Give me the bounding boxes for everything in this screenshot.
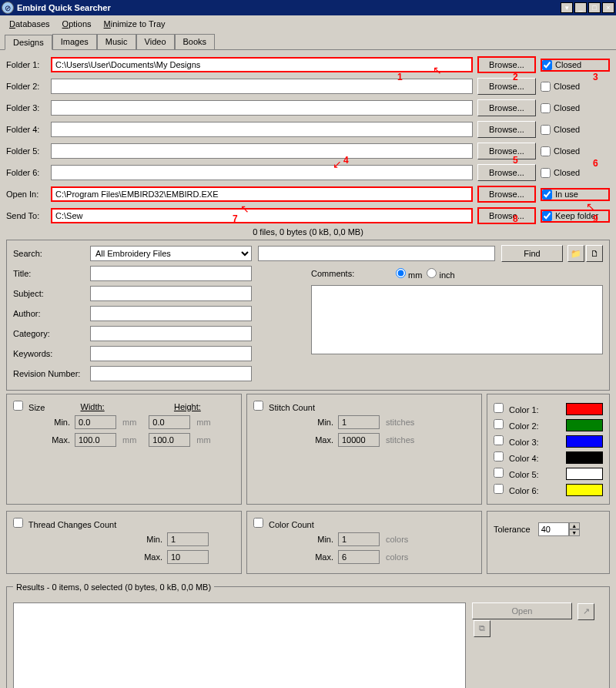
open-button[interactable]: Open	[472, 602, 572, 619]
color-swatch[interactable]	[566, 403, 603, 415]
width-max-input[interactable]	[75, 433, 116, 447]
color-check[interactable]: Color 5:	[494, 468, 539, 479]
browse-button[interactable]: Browse...	[477, 207, 536, 224]
spin-down-icon[interactable]: ▼	[569, 529, 580, 536]
menu-minimize[interactable]: Minimize to Tray	[99, 18, 170, 30]
annotation-4: 4	[343, 155, 349, 166]
menu-bar: Databases Options Minimize to Tray	[0, 15, 616, 32]
comments-textarea[interactable]	[311, 285, 603, 354]
size-check[interactable]: Size	[13, 401, 45, 412]
thread-min-input[interactable]	[167, 532, 209, 546]
folder-path-input[interactable]	[51, 165, 473, 180]
color-swatch[interactable]	[566, 468, 603, 480]
hide-button[interactable]: ▾	[561, 2, 573, 13]
color-swatch[interactable]	[566, 419, 603, 431]
tab-content: Folder 1:Browse... ClosedFolder 2:Browse…	[0, 50, 616, 583]
category-input[interactable]	[90, 326, 252, 341]
folder-label: Folder 2:	[6, 82, 51, 91]
search-type-select[interactable]: All Embroidery Files	[90, 246, 252, 261]
folder-row: Folder 5:Browse... Closed	[6, 143, 610, 159]
unit-label: mm	[196, 435, 210, 445]
folder-option-check[interactable]: In use	[541, 188, 610, 201]
browse-button[interactable]: Browse...	[477, 99, 536, 116]
tolerance-input[interactable]	[538, 522, 569, 536]
folder-icon-button[interactable]: 📁	[567, 245, 584, 262]
color-check[interactable]: Color 1:	[494, 403, 539, 414]
color-row: Color 2:	[494, 417, 603, 433]
folder-path-input[interactable]	[51, 186, 473, 202]
tolerance-spinner[interactable]: ▲▼	[538, 522, 580, 536]
menu-options[interactable]: Options	[58, 18, 96, 30]
height-max-input[interactable]	[149, 433, 190, 447]
folder-path-input[interactable]	[51, 57, 473, 72]
new-icon-button[interactable]: 🗋	[586, 245, 603, 262]
menu-databases[interactable]: Databases	[5, 18, 55, 30]
thread-max-input[interactable]	[167, 550, 209, 564]
folder-option-check[interactable]: Keep folder	[541, 210, 610, 223]
search-text-input[interactable]	[258, 246, 495, 261]
colorcount-check[interactable]: Color Count	[253, 520, 314, 529]
stitch-min-input[interactable]	[338, 415, 380, 429]
folder-row: Folder 1:Browse... Closed	[6, 56, 610, 73]
folder-path-input[interactable]	[51, 122, 473, 137]
author-label: Author:	[13, 309, 90, 318]
keywords-input[interactable]	[90, 346, 252, 361]
colorcount-group: Color Count Min.colors Max.colors	[246, 511, 482, 574]
annotation-3: 3	[593, 72, 598, 82]
folder-option-check[interactable]: Closed	[541, 146, 610, 156]
annotation-8: 8	[513, 213, 518, 224]
close-button[interactable]: ×	[602, 2, 614, 13]
max-label: Max.	[13, 435, 75, 445]
colorcount-min-input[interactable]	[338, 532, 380, 546]
find-button[interactable]: Find	[501, 245, 563, 262]
color-check[interactable]: Color 2:	[494, 419, 539, 431]
folder-path-input[interactable]	[51, 143, 473, 159]
browse-button[interactable]: Browse...	[477, 164, 536, 181]
folder-path-input[interactable]	[51, 208, 473, 223]
color-check[interactable]: Color 6:	[494, 484, 539, 495]
color-check[interactable]: Color 3:	[494, 435, 539, 447]
max-label: Max.	[13, 552, 167, 562]
unit-mm[interactable]: mm	[396, 268, 422, 280]
browse-button[interactable]: Browse...	[477, 121, 536, 138]
folder-option-check[interactable]: Closed	[541, 82, 610, 92]
folder-path-input[interactable]	[51, 100, 473, 116]
folder-option-check[interactable]: Closed	[541, 103, 610, 113]
height-min-input[interactable]	[149, 415, 190, 429]
folder-option-check[interactable]: Closed	[541, 168, 610, 178]
folder-path-input[interactable]	[51, 79, 473, 94]
tab-books[interactable]: Books	[175, 34, 216, 49]
color-swatch[interactable]	[566, 451, 603, 464]
tab-video[interactable]: Video	[136, 34, 175, 49]
author-input[interactable]	[90, 306, 252, 321]
colorcount-max-input[interactable]	[338, 550, 380, 564]
browse-button[interactable]: Browse...	[477, 143, 536, 159]
maximize-button[interactable]: □	[588, 2, 601, 13]
tab-designs[interactable]: Designs	[5, 35, 52, 50]
color-row: Color 3:	[494, 433, 603, 449]
tab-images[interactable]: Images	[52, 34, 97, 49]
stitch-max-input[interactable]	[338, 433, 380, 447]
subject-input[interactable]	[90, 286, 252, 301]
folder-option-check[interactable]: Closed	[541, 59, 610, 72]
color-swatch[interactable]	[566, 484, 603, 496]
width-min-input[interactable]	[75, 415, 116, 429]
browse-button[interactable]: Browse...	[477, 78, 536, 95]
annotation-6: 6	[593, 158, 598, 169]
unit-inch[interactable]: inch	[427, 268, 454, 280]
stitch-check[interactable]: Stitch Count	[253, 403, 315, 412]
results-list[interactable]	[13, 602, 466, 688]
browse-button[interactable]: Browse...	[477, 186, 536, 203]
revision-input[interactable]	[90, 366, 252, 381]
thread-check[interactable]: Thread Changes Count	[13, 520, 116, 529]
spin-up-icon[interactable]: ▲	[569, 522, 580, 529]
goto-icon-button[interactable]: ↗	[578, 603, 594, 620]
folder-option-check[interactable]: Closed	[541, 125, 610, 135]
title-input[interactable]	[90, 266, 252, 281]
tab-music[interactable]: Music	[97, 34, 136, 49]
browse-button[interactable]: Browse...	[477, 56, 536, 73]
color-swatch[interactable]	[566, 435, 603, 448]
color-check[interactable]: Color 4:	[494, 451, 539, 463]
minimize-button[interactable]: _	[574, 2, 587, 13]
copy-icon-button[interactable]: ⧉	[474, 620, 490, 637]
